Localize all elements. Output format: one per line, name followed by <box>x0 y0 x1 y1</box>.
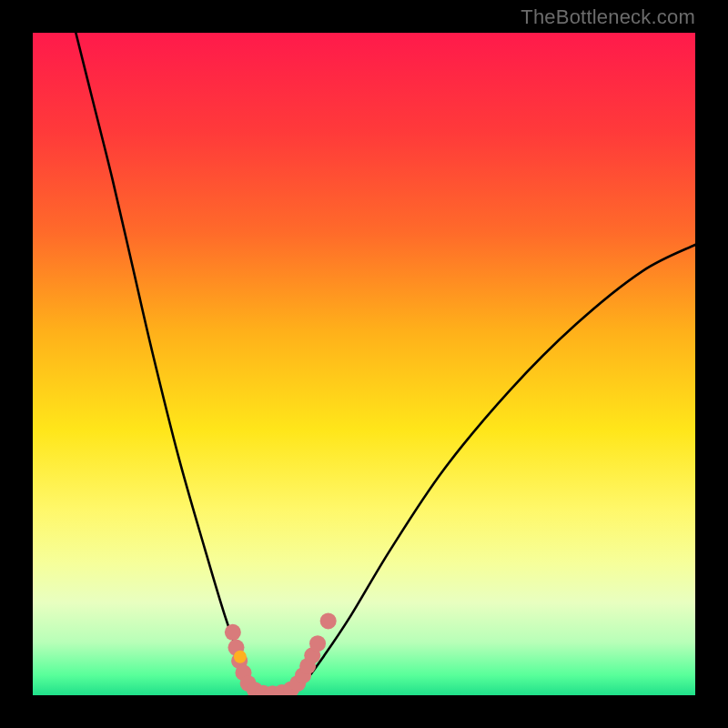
dip-marker <box>225 624 241 641</box>
accent-marker <box>234 651 247 663</box>
dip-marker <box>309 635 326 652</box>
chart-frame <box>33 33 695 695</box>
chart-plot <box>33 33 695 695</box>
watermark-text: TheBottleneck.com <box>521 5 695 29</box>
dip-marker <box>320 612 337 629</box>
